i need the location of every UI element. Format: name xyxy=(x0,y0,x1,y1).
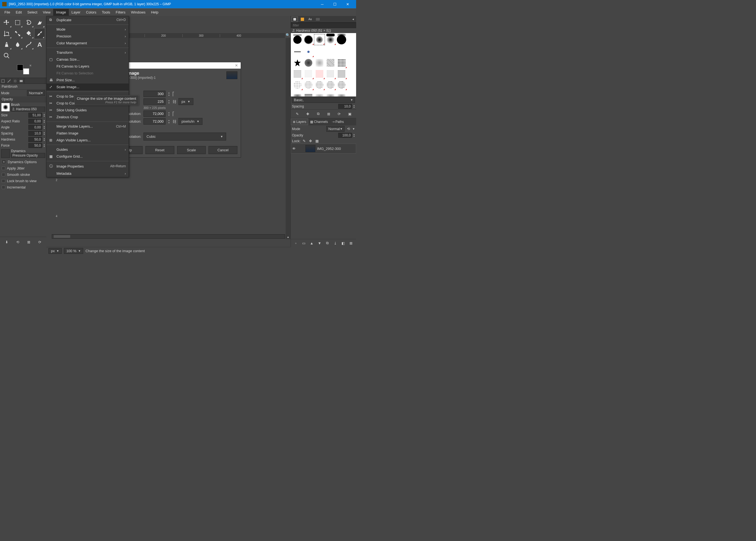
mask-icon[interactable]: ◧ xyxy=(341,240,346,246)
angle-value[interactable]: 0,00 xyxy=(28,125,42,130)
foreground-color[interactable] xyxy=(17,65,23,71)
tool-smudge[interactable] xyxy=(12,39,23,50)
delete-brush-icon[interactable]: ⊠ xyxy=(326,111,332,117)
swap-colors-icon[interactable]: ⤭ xyxy=(29,64,31,67)
hardness-value[interactable]: 50,0 xyxy=(28,137,42,142)
undo-history-tab[interactable] xyxy=(12,78,18,84)
res-unit-select[interactable]: pixels/in▼ xyxy=(178,118,202,125)
images-tab[interactable] xyxy=(18,78,24,84)
fonts-tab[interactable]: Aa xyxy=(307,17,313,22)
layer-mode-select[interactable]: Normal▼ xyxy=(326,126,345,132)
quick-mask-icon[interactable]: 🔍 xyxy=(286,33,290,38)
layer-row[interactable]: 👁 IMG_2952-300 xyxy=(291,144,356,154)
reset-button[interactable]: Reset xyxy=(145,146,174,154)
edit-brush-icon[interactable]: ✎ xyxy=(294,111,300,117)
tool-transform[interactable] xyxy=(12,28,23,39)
width-spinner[interactable]: ▲▼ xyxy=(168,92,170,97)
history-tab[interactable] xyxy=(315,17,321,22)
menu-image-properties[interactable]: ⓘImage PropertiesAlt+Return xyxy=(47,162,128,170)
yres-spinner[interactable]: ▲▼ xyxy=(168,119,170,124)
menu-metadata[interactable]: Metadata› xyxy=(47,170,128,177)
menu-scale-image[interactable]: ⤢Scale Image... xyxy=(47,84,128,90)
zoom-select[interactable]: 100 %▼ xyxy=(64,248,84,254)
new-layer-icon[interactable]: ▫ xyxy=(293,240,299,246)
unit-select[interactable]: px▼ xyxy=(49,248,62,254)
brush-grid[interactable] xyxy=(291,33,356,97)
menu-zealous-crop[interactable]: ✂Zealous Crop xyxy=(47,114,128,121)
menu-align-visible[interactable]: ⊞Align Visible Layers... xyxy=(47,137,128,144)
horizontal-scrollbar[interactable] xyxy=(52,234,285,239)
paths-tab[interactable]: ⇢Paths xyxy=(330,119,346,125)
layers-tab[interactable]: ≣Layers xyxy=(291,119,308,125)
restore-options-icon[interactable]: ⟲ xyxy=(14,239,21,245)
width-input[interactable]: 300 xyxy=(143,91,165,97)
tool-zoom[interactable] xyxy=(1,50,12,61)
menu-help[interactable]: Help xyxy=(148,9,161,16)
lower-layer-icon[interactable]: ▼ xyxy=(317,240,322,246)
layer-opacity-value[interactable]: 100,0 xyxy=(338,133,352,138)
raise-layer-icon[interactable]: ▲ xyxy=(309,240,315,246)
menu-colors[interactable]: Colors xyxy=(83,9,99,16)
layer-visibility-icon[interactable]: 👁 xyxy=(292,147,297,151)
menu-print-size[interactable]: 🖶Print Size... xyxy=(47,77,128,84)
reset-options-icon[interactable]: ⟳ xyxy=(36,239,43,245)
menu-select[interactable]: Select xyxy=(25,9,40,16)
menu-file[interactable]: File xyxy=(2,9,13,16)
brush-preview[interactable] xyxy=(1,103,10,112)
scale-button[interactable]: Scale xyxy=(177,146,206,154)
dynamics-icon[interactable] xyxy=(1,149,10,158)
menu-guides[interactable]: Guides› xyxy=(47,146,128,153)
aspect-value[interactable]: 0,00 xyxy=(28,119,42,124)
tool-paintbrush[interactable] xyxy=(34,28,45,39)
menu-filters[interactable]: Filters xyxy=(113,9,128,16)
tool-rect-select[interactable] xyxy=(12,17,23,28)
dialog-titlebar[interactable]: le Image ✕ xyxy=(111,62,241,69)
layer-thumbnail[interactable] xyxy=(306,145,315,152)
tool-fuzzy-select[interactable] xyxy=(34,17,45,28)
dynamics-expand[interactable]: + xyxy=(2,160,6,164)
menu-view[interactable]: View xyxy=(40,9,54,16)
merge-down-icon[interactable]: ⤓ xyxy=(333,240,338,246)
lock-position-icon[interactable]: ✥ xyxy=(308,139,313,143)
interpolation-select[interactable]: Cubic▼ xyxy=(143,133,226,141)
tool-options-tab[interactable] xyxy=(0,78,6,84)
navigation-icon[interactable]: ▲ xyxy=(286,234,291,239)
tool-crop[interactable] xyxy=(1,28,12,39)
spacing-value[interactable]: 10,0 xyxy=(28,131,42,136)
background-color[interactable] xyxy=(23,68,29,74)
aspect-spinner[interactable]: ▲▼ xyxy=(43,119,45,123)
tool-clone[interactable] xyxy=(1,39,12,50)
menu-image[interactable]: Image xyxy=(53,9,69,16)
dynamics-value[interactable]: Pressure Opacity xyxy=(11,153,45,158)
menu-merge-visible[interactable]: Merge Visible Layers...Ctrl+M xyxy=(47,123,128,130)
vertical-scrollbar[interactable] xyxy=(286,38,291,239)
tool-bucket[interactable] xyxy=(23,28,34,39)
incremental-checkbox[interactable] xyxy=(2,186,5,189)
delete-options-icon[interactable]: ⊠ xyxy=(25,239,32,245)
xres-spinner[interactable]: ▲▼ xyxy=(168,111,170,116)
brushes-tab[interactable] xyxy=(291,17,298,22)
delete-layer-icon[interactable]: ⊠ xyxy=(349,240,354,246)
new-brush-icon[interactable]: ✚ xyxy=(305,111,311,117)
xres-input[interactable]: 72,000 xyxy=(143,111,165,117)
panel-menu-icon[interactable]: ◄ xyxy=(350,18,356,21)
link-chain-icon[interactable]: ⛓ xyxy=(172,100,176,104)
angle-spinner[interactable]: ▲▼ xyxy=(43,125,45,129)
size-unit-select[interactable]: px▼ xyxy=(178,98,193,105)
tool-move[interactable] xyxy=(1,17,12,28)
size-value[interactable]: 51,00 xyxy=(28,113,42,118)
hardness-spinner[interactable]: ▲▼ xyxy=(43,138,45,141)
brush-preset-select[interactable]: Basic,▼ xyxy=(292,97,355,103)
menu-configure-grid[interactable]: ▦Configure Grid... xyxy=(47,153,128,160)
yres-input[interactable]: 72,000 xyxy=(143,118,165,125)
refresh-brush-icon[interactable]: ⟳ xyxy=(336,111,342,117)
mode-group-icon[interactable]: ⟲ xyxy=(346,127,351,131)
tool-path[interactable] xyxy=(23,39,34,50)
lock-brush-checkbox[interactable] xyxy=(2,179,5,183)
patterns-tab[interactable] xyxy=(299,17,306,22)
brush-filter-input[interactable] xyxy=(291,23,356,28)
smooth-stroke-checkbox[interactable] xyxy=(2,173,5,176)
menu-fit-canvas-layers[interactable]: Fit Canvas to Layers xyxy=(47,63,128,70)
maximize-button[interactable]: ☐ xyxy=(329,0,341,8)
tool-text[interactable] xyxy=(34,39,45,50)
